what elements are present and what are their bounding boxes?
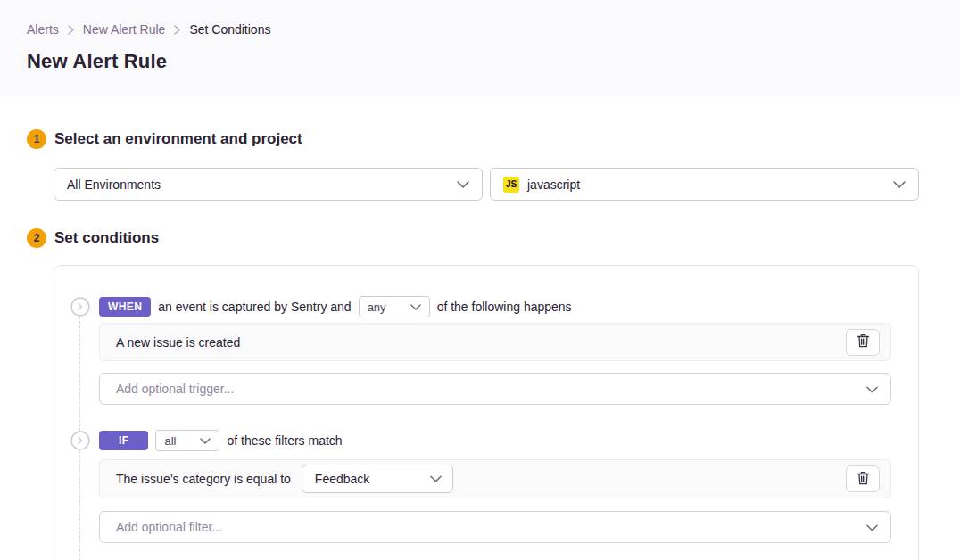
- step-2-badge: 2: [27, 228, 46, 248]
- page-title: New Alert Rule: [27, 50, 933, 73]
- environment-select[interactable]: All Environments: [54, 168, 483, 201]
- section-environment-title: Select an environment and project: [54, 130, 302, 148]
- delete-trigger-button[interactable]: [846, 329, 880, 356]
- page-header: Alerts New Alert Rule Set Conditions New…: [0, 0, 960, 95]
- add-optional-trigger-select[interactable]: Add optional trigger...: [99, 373, 891, 405]
- if-step-chevron-circle-icon: [70, 431, 90, 450]
- if-match-select-value: all: [164, 434, 176, 448]
- section-environment-header: 1 Select an environment and project: [27, 129, 960, 149]
- if-condition-line: IF all of these filters match: [99, 431, 891, 450]
- environment-select-value: All Environments: [67, 177, 161, 192]
- trash-icon: [857, 471, 870, 488]
- filter-category-select[interactable]: Feedback: [302, 465, 453, 493]
- when-text-after: of the following happens: [437, 300, 572, 314]
- breadcrumb-item-set-conditions: Set Conditions: [189, 22, 270, 37]
- when-text-before: an event is captured by Sentry and: [158, 300, 351, 314]
- filter-category-select-value: Feedback: [315, 472, 369, 486]
- section-conditions-title: Set conditions: [54, 229, 159, 247]
- trash-icon: [857, 334, 870, 350]
- when-step-chevron-circle-icon: [70, 297, 90, 317]
- add-optional-trigger-placeholder: Add optional trigger...: [116, 382, 234, 396]
- breadcrumb-item-alerts[interactable]: Alerts: [27, 22, 59, 37]
- chevron-down-icon: [866, 382, 878, 396]
- delete-filter-button[interactable]: [846, 465, 880, 492]
- add-optional-filter-placeholder: Add optional filter...: [116, 520, 222, 534]
- main-content: 1 Select an environment and project All …: [0, 95, 960, 560]
- chevron-down-icon: [457, 181, 469, 188]
- project-select-value: javascript: [527, 177, 580, 192]
- breadcrumb: Alerts New Alert Rule Set Conditions: [27, 22, 933, 37]
- breadcrumb-separator-icon: [68, 25, 74, 35]
- breadcrumb-item-new-alert-rule[interactable]: New Alert Rule: [83, 22, 166, 37]
- if-badge: IF: [99, 431, 148, 450]
- chevron-down-icon: [893, 181, 906, 188]
- step-1-badge: 1: [27, 129, 46, 149]
- breadcrumb-separator-icon: [174, 25, 180, 35]
- project-select[interactable]: JS javascript: [490, 168, 919, 201]
- trigger-rule-row: A new issue is created: [99, 323, 891, 361]
- section-conditions-header: 2 Set conditions: [27, 228, 960, 248]
- javascript-platform-icon: JS: [503, 177, 519, 193]
- when-condition-line: WHEN an event is captured by Sentry and …: [99, 297, 891, 317]
- if-text-after: of these filters match: [227, 433, 342, 448]
- filter-rule-row: The issue’s category is equal to Feedbac…: [99, 459, 891, 498]
- chevron-down-icon: [866, 520, 878, 534]
- when-match-select[interactable]: any: [359, 296, 430, 317]
- conditions-card: WHEN an event is captured by Sentry and …: [54, 265, 919, 560]
- filter-rule-label: The issue’s category is equal to: [116, 472, 291, 486]
- environment-project-row: All Environments JS javascript: [54, 168, 919, 201]
- trigger-rule-label: A new issue is created: [116, 335, 240, 350]
- when-badge: WHEN: [99, 297, 151, 317]
- if-match-select[interactable]: all: [155, 430, 219, 451]
- add-optional-filter-select[interactable]: Add optional filter...: [99, 511, 891, 543]
- when-match-select-value: any: [368, 301, 386, 314]
